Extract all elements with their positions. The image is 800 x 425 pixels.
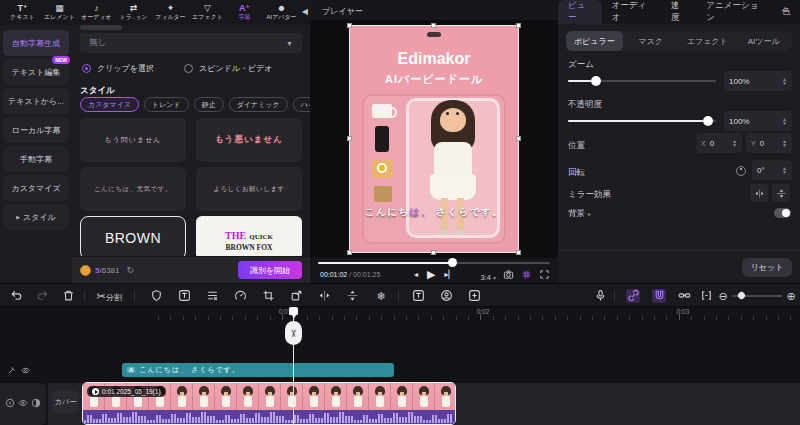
stepper-icon[interactable]: ▲▼: [782, 166, 787, 174]
freeze-frame-icon[interactable]: ❄: [374, 289, 388, 303]
subtitle-overlay[interactable]: こんにちは、 さくらです。: [310, 206, 558, 219]
sidebar-item-style[interactable]: ▶スタイル: [3, 204, 69, 230]
playhead-handle[interactable]: [289, 307, 298, 315]
start-recognition-button[interactable]: 識別を開始: [238, 261, 302, 279]
flip-vertical-button[interactable]: [772, 184, 790, 202]
snapshot-icon[interactable]: [503, 269, 514, 280]
position-x-field[interactable]: X 0 ▲▼: [696, 133, 742, 153]
next-frame-button[interactable]: ▸▏: [444, 270, 454, 279]
stepper-icon[interactable]: ▲▼: [732, 139, 737, 147]
magnet-snap-icon[interactable]: [652, 289, 666, 303]
flip-horizontal-icon[interactable]: [318, 289, 332, 303]
undo-icon[interactable]: [10, 289, 24, 303]
chip-static[interactable]: 静止: [194, 97, 224, 112]
timeline[interactable]: 0:01 0:02 0:03 カバー A こんにちは、 さくらです。 0:01 …: [0, 307, 800, 425]
tab-transition[interactable]: ⇄ トラ..ョン: [115, 3, 152, 22]
prev-frame-button[interactable]: ◂: [414, 270, 418, 279]
zoom-value-box[interactable]: 100% ▲▼: [724, 71, 792, 91]
bracket-select-icon[interactable]: [700, 289, 714, 303]
handle-top-right[interactable]: [516, 23, 521, 28]
handle-top-left[interactable]: [347, 23, 352, 28]
stepper-icon[interactable]: ▲▼: [782, 77, 787, 85]
style-card-4[interactable]: よろしくお願いします: [196, 167, 302, 211]
split-label[interactable]: 分割: [106, 292, 122, 303]
sidebar-item-customize[interactable]: カスタマイズ: [3, 175, 69, 201]
tab-audio-props[interactable]: オーディオ: [602, 0, 661, 24]
refresh-icon[interactable]: ↻: [126, 265, 134, 275]
delete-icon[interactable]: [62, 289, 76, 303]
tab-view[interactable]: ビュー: [558, 0, 602, 24]
timeline-zoom-out-icon[interactable]: ⊖: [716, 289, 730, 303]
style-card-1[interactable]: もう問いません: [80, 118, 186, 162]
subtitle-track-eye-icon[interactable]: [21, 366, 30, 375]
flip-horizontal-button[interactable]: [750, 184, 768, 202]
chain-icon[interactable]: [678, 289, 692, 303]
handle-mid-left[interactable]: [347, 136, 352, 141]
subtitle-clip[interactable]: A こんにちは、 さくらです。: [122, 363, 394, 377]
record-voice-icon[interactable]: [594, 289, 608, 303]
redo-icon[interactable]: [36, 289, 50, 303]
flip-vertical-icon[interactable]: [346, 289, 360, 303]
track-contrast-icon[interactable]: [31, 398, 41, 408]
mask-shield-icon[interactable]: [150, 289, 164, 303]
stepper-icon[interactable]: ▲▼: [782, 117, 787, 125]
text-template-icon[interactable]: [412, 289, 426, 303]
style-card-2[interactable]: もう悪いません: [196, 118, 302, 162]
opacity-slider-knob[interactable]: [703, 116, 713, 126]
handle-bottom-right[interactable]: [516, 250, 521, 255]
tab-filter[interactable]: ✦ フィルター: [152, 3, 189, 22]
opacity-value-box[interactable]: 100% ▲▼: [724, 111, 792, 131]
remove-subtitle-icon[interactable]: [206, 289, 220, 303]
tab-speed[interactable]: 速度: [661, 0, 696, 24]
chip-trend[interactable]: トレンド: [144, 97, 189, 112]
chip-dynamic[interactable]: ダイナミック: [229, 97, 288, 112]
tab-audio[interactable]: ♪ オーディオ: [78, 3, 115, 22]
track-eye-icon[interactable]: [18, 398, 28, 408]
subtitle-track-pin-icon[interactable]: [7, 366, 16, 375]
tab-text[interactable]: T⁺ テキスト: [4, 3, 41, 22]
handle-bottom-center[interactable]: [431, 250, 436, 255]
handle-top-center[interactable]: [431, 23, 436, 28]
add-to-library-icon[interactable]: [468, 289, 482, 303]
sidebar-item-text-edit[interactable]: テキスト編集NEW: [3, 59, 69, 85]
rotation-field[interactable]: 0° ▲▼: [752, 160, 792, 180]
grid-icon[interactable]: [521, 269, 532, 280]
sidebar-item-from-text[interactable]: テキストから...: [3, 88, 69, 114]
handle-bottom-left[interactable]: [347, 250, 352, 255]
language-dropdown[interactable]: 無し ▼: [80, 33, 302, 53]
style-card-brown[interactable]: BROWN: [80, 216, 186, 260]
subtab-popular[interactable]: ポピュラー: [566, 31, 623, 51]
subtab-effect[interactable]: エフェクト: [679, 31, 736, 51]
player-canvas[interactable]: Edimakor AIバービードール: [310, 20, 558, 258]
collapse-panel-icon[interactable]: ◀: [302, 7, 308, 16]
tab-color[interactable]: 色: [772, 0, 800, 24]
avatar-circle-icon[interactable]: [440, 289, 454, 303]
position-y-field[interactable]: Y 0 ▲▼: [746, 133, 792, 153]
subtab-ai-tools[interactable]: AIツール: [736, 31, 793, 51]
chip-customize[interactable]: カスタマイズ: [80, 97, 139, 112]
playhead-split-button[interactable]: ✂: [285, 321, 302, 345]
ratio-selector[interactable]: 3:4▾: [481, 266, 496, 284]
link-clips-icon[interactable]: [626, 289, 640, 303]
speed-icon[interactable]: [234, 289, 248, 303]
tab-animation[interactable]: アニメーション: [696, 0, 771, 24]
background-toggle[interactable]: [774, 208, 791, 218]
play-button[interactable]: ▶: [427, 268, 435, 281]
tab-effects[interactable]: ▽ エフェクト: [189, 3, 226, 22]
style-card-3[interactable]: こんにちは、元気です。: [80, 167, 186, 211]
radio-select-clip[interactable]: クリップを選択: [82, 63, 154, 74]
timeline-zoom-in-icon[interactable]: ⊕: [784, 289, 798, 303]
video-clip[interactable]: 0:01 2025_05_19(1): [82, 382, 456, 425]
tab-ai-avatar[interactable]: ☻ AIアバター: [263, 3, 300, 22]
sidebar-item-local-subtitle[interactable]: ローカル字幕: [3, 117, 69, 143]
timeline-zoom-knob[interactable]: [737, 291, 747, 301]
zoom-slider-knob[interactable]: [591, 76, 601, 86]
export-frame-icon[interactable]: [290, 289, 304, 303]
reset-button[interactable]: リセット: [742, 258, 792, 277]
style-card-fox[interactable]: THEQUICK BROWN FOX: [196, 216, 302, 260]
sidebar-item-manual-subtitle[interactable]: 手動字幕: [3, 146, 69, 172]
tab-subtitles[interactable]: A⁺ 字幕: [226, 3, 263, 22]
sidebar-item-auto-subtitle[interactable]: 自動字幕生成: [3, 30, 69, 56]
text-box-icon[interactable]: [178, 289, 192, 303]
stepper-icon[interactable]: ▲▼: [782, 139, 787, 147]
